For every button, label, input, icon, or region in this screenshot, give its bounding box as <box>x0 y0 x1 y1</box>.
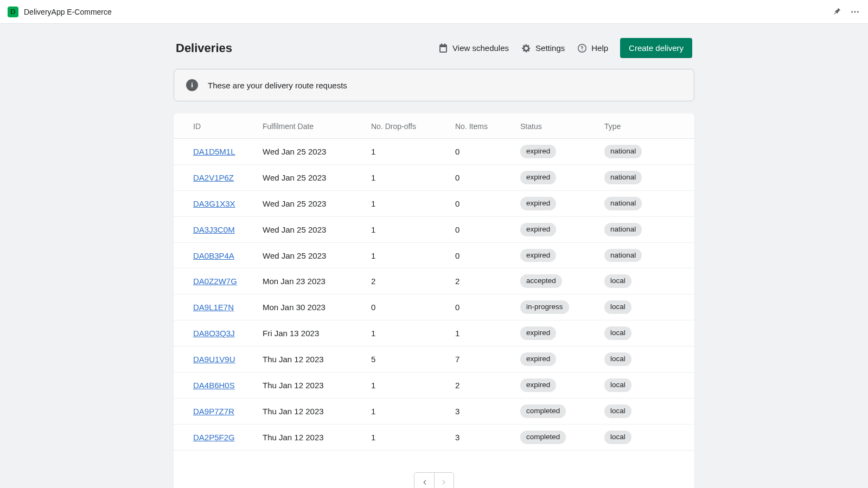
table-row: DA9P7Z7RThu Jan 12 202313completedlocal <box>174 398 694 424</box>
col-header-date: Fulfilment Date <box>255 113 363 139</box>
page-title: Deliveries <box>176 41 232 55</box>
col-header-id: ID <box>174 113 255 139</box>
col-header-status: Status <box>513 113 597 139</box>
cell-items: 0 <box>448 242 513 268</box>
cell-dropoffs: 2 <box>363 268 448 294</box>
delivery-id-link[interactable]: DA3J3C0M <box>193 225 235 234</box>
cell-date: Thu Jan 12 2023 <box>255 398 363 424</box>
cell-items: 3 <box>448 424 513 450</box>
type-badge: national <box>604 197 642 210</box>
delivery-id-link[interactable]: DA2V1P6Z <box>193 173 234 182</box>
app-title: DeliveryApp E-Commerce <box>24 8 112 16</box>
col-header-dropoffs: No. Drop-offs <box>363 113 448 139</box>
type-badge: national <box>604 249 642 262</box>
cell-items: 3 <box>448 398 513 424</box>
svg-point-2 <box>857 11 859 12</box>
table-row: DA9U1V9UThu Jan 12 202357expiredlocal <box>174 346 694 373</box>
cell-date: Mon Jan 30 2023 <box>255 294 363 320</box>
deliveries-card: ID Fulfilment Date No. Drop-offs No. Ite… <box>174 113 694 488</box>
settings-button[interactable]: Settings <box>521 43 565 54</box>
type-badge: local <box>604 378 631 392</box>
svg-point-0 <box>851 11 853 12</box>
type-badge: local <box>604 352 631 366</box>
page-content: Deliveries View schedules Settings Help … <box>174 24 694 488</box>
type-badge: local <box>604 274 631 288</box>
cell-items: 0 <box>448 216 513 242</box>
table-row: DA4B6H0SThu Jan 12 202312expiredlocal <box>174 373 694 399</box>
cell-items: 2 <box>448 373 513 399</box>
type-badge: national <box>604 145 642 158</box>
cell-dropoffs: 1 <box>363 398 448 424</box>
type-badge: local <box>604 431 631 444</box>
top-bar: D DeliveryApp E-Commerce <box>0 0 868 24</box>
delivery-id-link[interactable]: DA0Z2W7G <box>193 277 237 286</box>
cell-dropoffs: 1 <box>363 373 448 399</box>
col-header-type: Type <box>597 113 694 139</box>
cell-date: Wed Jan 25 2023 <box>255 139 363 165</box>
delivery-id-link[interactable]: DA9P7Z7R <box>193 407 234 416</box>
delivery-id-link[interactable]: DA8O3Q3J <box>193 329 235 338</box>
status-badge: expired <box>520 145 556 158</box>
table-row: DA9L1E7NMon Jan 30 202300in-progressloca… <box>174 294 694 320</box>
status-badge: expired <box>520 171 556 184</box>
app-icon: D <box>8 7 18 17</box>
view-schedules-button[interactable]: View schedules <box>438 43 509 54</box>
help-button[interactable]: Help <box>577 43 608 54</box>
top-bar-left: D DeliveryApp E-Commerce <box>8 7 112 17</box>
next-page-button[interactable] <box>434 473 454 488</box>
help-label: Help <box>591 43 608 53</box>
create-delivery-button[interactable]: Create delivery <box>620 38 692 58</box>
delivery-id-link[interactable]: DA0B3P4A <box>193 251 234 260</box>
table-row: DA3J3C0MWed Jan 25 202310expirednational <box>174 216 694 242</box>
pin-icon[interactable] <box>831 7 842 17</box>
cell-dropoffs: 1 <box>363 190 448 216</box>
delivery-id-link[interactable]: DA1D5M1L <box>193 147 235 156</box>
settings-label: Settings <box>535 43 565 53</box>
delivery-id-link[interactable]: DA2P5F2G <box>193 433 235 442</box>
more-icon[interactable] <box>850 7 860 17</box>
view-schedules-label: View schedules <box>452 43 509 53</box>
type-badge: local <box>604 404 631 418</box>
cell-items: 7 <box>448 346 513 373</box>
table-row: DA0Z2W7GMon Jan 23 202322acceptedlocal <box>174 268 694 294</box>
cell-dropoffs: 1 <box>363 139 448 165</box>
type-badge: national <box>604 171 642 184</box>
type-badge: local <box>604 326 631 340</box>
cell-items: 0 <box>448 164 513 190</box>
cell-dropoffs: 1 <box>363 424 448 450</box>
type-badge: national <box>604 223 642 236</box>
cell-dropoffs: 1 <box>363 216 448 242</box>
calendar-icon <box>438 43 449 54</box>
cell-dropoffs: 0 <box>363 294 448 320</box>
prev-page-button[interactable] <box>414 473 434 488</box>
cell-items: 1 <box>448 320 513 346</box>
cell-date: Fri Jan 13 2023 <box>255 320 363 346</box>
chevron-left-icon <box>420 478 429 487</box>
status-badge: expired <box>520 223 556 236</box>
status-badge: completed <box>520 404 566 418</box>
cell-dropoffs: 5 <box>363 346 448 373</box>
cell-date: Thu Jan 12 2023 <box>255 346 363 373</box>
type-badge: local <box>604 300 631 314</box>
cell-date: Wed Jan 25 2023 <box>255 190 363 216</box>
cell-dropoffs: 1 <box>363 164 448 190</box>
status-badge: expired <box>520 249 556 262</box>
delivery-id-link[interactable]: DA3G1X3X <box>193 199 235 208</box>
col-header-items: No. Items <box>448 113 513 139</box>
delivery-id-link[interactable]: DA9L1E7N <box>193 303 234 312</box>
delivery-id-link[interactable]: DA4B6H0S <box>193 381 235 390</box>
gear-icon <box>521 43 532 54</box>
cell-items: 0 <box>448 294 513 320</box>
page-header: Deliveries View schedules Settings Help … <box>174 38 694 58</box>
delivery-id-link[interactable]: DA9U1V9U <box>193 355 235 364</box>
cell-items: 0 <box>448 139 513 165</box>
cell-date: Mon Jan 23 2023 <box>255 268 363 294</box>
cell-date: Wed Jan 25 2023 <box>255 216 363 242</box>
chevron-right-icon <box>439 478 449 487</box>
cell-date: Wed Jan 25 2023 <box>255 164 363 190</box>
status-badge: in-progress <box>520 300 569 314</box>
table-header-row: ID Fulfilment Date No. Drop-offs No. Ite… <box>174 113 694 139</box>
info-banner-text: These are your delivery route requests <box>208 81 347 90</box>
deliveries-table: ID Fulfilment Date No. Drop-offs No. Ite… <box>174 113 694 451</box>
cell-items: 2 <box>448 268 513 294</box>
